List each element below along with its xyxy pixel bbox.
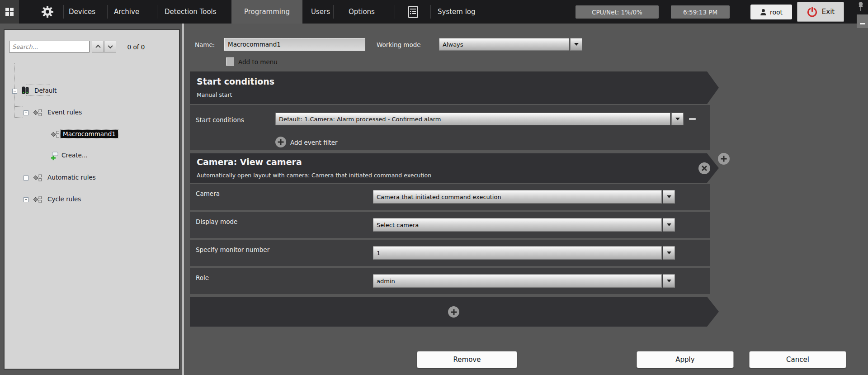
menu-separator <box>107 5 108 19</box>
nav-tab-users[interactable]: Users <box>311 0 330 24</box>
menu-separator <box>157 5 157 19</box>
rule-icon <box>33 109 42 116</box>
display-mode-select-arrow[interactable] <box>663 218 675 232</box>
tree-item-label[interactable]: Event rules <box>47 109 82 116</box>
rule-icon <box>33 174 42 181</box>
tree-connector <box>15 106 23 107</box>
nav-tab-detection-tools[interactable]: Detection Tools <box>165 0 217 24</box>
working-mode-select[interactable]: Always <box>439 38 569 51</box>
monitor-number-select-arrow[interactable] <box>663 246 675 260</box>
camera-select-arrow[interactable] <box>663 190 675 204</box>
pin-icon[interactable] <box>857 1 864 13</box>
exit-button[interactable]: Exit <box>797 2 844 22</box>
start-conditions-select-arrow[interactable] <box>671 113 684 125</box>
menu-separator <box>63 5 64 19</box>
display-mode-label: Display mode <box>196 218 237 225</box>
object-tree-panel: 0 of 0 Default E <box>4 29 180 370</box>
servers-icon <box>21 86 30 95</box>
nav-tab-options[interactable]: Options <box>349 0 375 24</box>
tree-connector <box>26 85 50 85</box>
exit-label: Exit <box>822 8 835 16</box>
start-conditions-body: Start conditions Default: 1.Camera: Alar… <box>190 105 710 150</box>
role-row: Role admin <box>190 268 710 294</box>
minimize-button[interactable] <box>857 14 868 28</box>
user-icon <box>760 9 767 16</box>
role-select[interactable]: admin <box>373 274 662 288</box>
camera-select[interactable]: Camera that initiated command execution <box>373 190 662 204</box>
clock-indicator[interactable]: 6:59:13 PM <box>671 5 730 19</box>
settings-gear-button[interactable] <box>41 5 54 20</box>
close-section-button[interactable] <box>698 162 710 174</box>
search-match-counter: 0 of 0 <box>118 43 154 51</box>
apps-grid-icon <box>5 8 14 16</box>
search-prev-button[interactable] <box>92 41 104 52</box>
camera-action-header: Camera: View camera Automatically open l… <box>190 153 719 183</box>
chevron-down-icon <box>108 43 113 48</box>
search-input[interactable] <box>9 41 90 52</box>
display-mode-select[interactable]: Select camera <box>373 218 662 232</box>
current-user-button[interactable]: root <box>750 5 792 19</box>
working-mode-select-arrow[interactable] <box>570 38 582 51</box>
expander-minus-icon[interactable] <box>12 89 17 94</box>
tree-connector <box>15 117 23 118</box>
role-select-arrow[interactable] <box>663 274 675 288</box>
tree-item-label[interactable]: Create... <box>61 152 88 159</box>
minimize-icon <box>860 23 865 24</box>
apps-grid-button[interactable] <box>0 0 19 24</box>
add-action-band <box>190 297 719 327</box>
create-icon <box>51 152 59 161</box>
nav-tab-archive[interactable]: Archive <box>114 0 139 24</box>
gear-icon <box>41 5 54 19</box>
power-icon <box>807 6 818 18</box>
apply-button[interactable]: Apply <box>637 351 734 368</box>
add-event-filter-button[interactable] <box>275 137 286 147</box>
camera-row: Camera Camera that initiated command exe… <box>190 184 710 210</box>
tree-item-label[interactable]: Automatic rules <box>47 174 96 181</box>
menu-separator <box>430 5 431 19</box>
chevron-up-icon <box>95 45 100 50</box>
top-menu-bar: Devices Archive Detection Tools Programm… <box>0 0 868 24</box>
section-subtitle: Automatically open layout with camera: C… <box>197 172 431 179</box>
name-label: Name: <box>195 41 215 48</box>
tree-connector <box>15 74 23 74</box>
section-title: Start conditions <box>197 76 274 86</box>
rule-icon <box>33 196 42 203</box>
add-event-filter-label[interactable]: Add event filter <box>290 139 338 146</box>
cpu-net-indicator[interactable]: CPU/Net: 1%/0% <box>576 5 659 19</box>
panel-splitter[interactable] <box>182 24 184 375</box>
nav-tab-system-log[interactable]: System log <box>438 0 476 24</box>
add-action-band-button[interactable] <box>448 306 459 318</box>
add-to-menu-checkbox[interactable] <box>226 57 234 66</box>
system-log-icon[interactable] <box>408 6 418 20</box>
camera-label: Camera <box>196 190 220 197</box>
menu-separator <box>333 5 334 19</box>
tree-connector <box>26 95 50 96</box>
monitor-number-label: Specify monitor number <box>196 246 269 253</box>
search-next-button[interactable] <box>104 41 116 52</box>
remove-button[interactable]: Remove <box>417 351 517 368</box>
cancel-button[interactable]: Cancel <box>749 351 846 368</box>
start-conditions-field-label: Start conditions <box>196 116 244 123</box>
section-title: Camera: View camera <box>197 157 302 167</box>
name-field[interactable] <box>224 38 365 51</box>
expander-plus-icon[interactable] <box>24 176 28 180</box>
start-conditions-select[interactable]: Default: 1.Camera: Alarm processed - Con… <box>275 113 670 125</box>
role-label: Role <box>196 274 209 281</box>
add-action-button[interactable] <box>718 153 730 165</box>
monitor-number-select[interactable]: 1 <box>373 246 662 260</box>
working-mode-label: Working mode <box>377 41 421 48</box>
nav-tab-devices[interactable]: Devices <box>69 0 95 24</box>
monitor-number-row: Specify monitor number 1 <box>190 240 710 266</box>
menu-separator <box>395 5 395 19</box>
expander-minus-icon[interactable] <box>24 110 28 115</box>
rule-icon <box>51 131 60 138</box>
tree-item-label[interactable]: Cycle rules <box>47 195 81 203</box>
tree-item-label-selected[interactable]: Macrocommand1 <box>61 130 118 138</box>
expander-plus-icon[interactable] <box>24 197 28 202</box>
nav-tab-programming-active[interactable]: Programming <box>231 0 302 24</box>
remove-condition-button[interactable] <box>689 118 696 120</box>
add-to-menu-label: Add to menu <box>238 58 278 66</box>
app-window: Devices Archive Detection Tools Programm… <box>0 0 868 375</box>
user-name: root <box>770 9 783 16</box>
tree-item-label[interactable]: Default <box>34 87 57 94</box>
